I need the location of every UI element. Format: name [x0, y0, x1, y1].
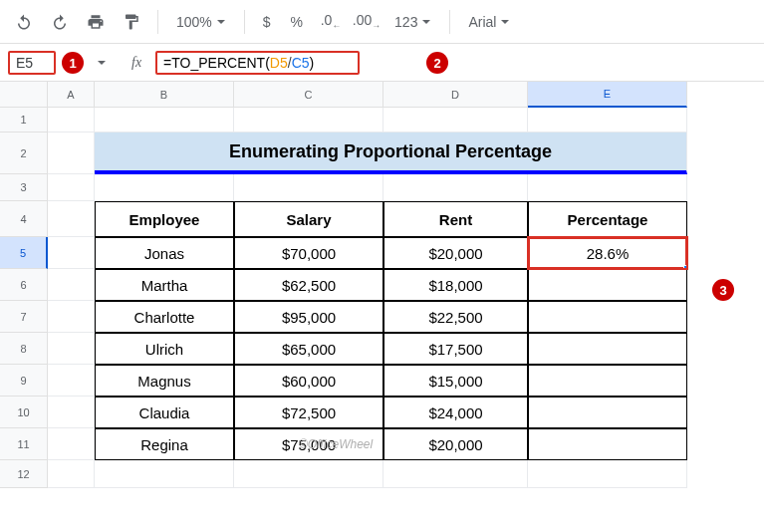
title-cell[interactable]: Enumerating Proportional Percentage: [95, 133, 687, 174]
cell[interactable]: [95, 174, 234, 201]
table-cell[interactable]: [528, 365, 687, 397]
column-headers: A B C D E: [48, 82, 687, 108]
table-cell[interactable]: [528, 397, 687, 428]
col-header-A[interactable]: A: [48, 82, 95, 108]
row-header-1[interactable]: 1: [0, 108, 48, 133]
cell[interactable]: [234, 174, 383, 201]
table-cell[interactable]: $17,500: [383, 333, 528, 365]
cell[interactable]: [48, 133, 95, 174]
table-cell[interactable]: $24,000: [383, 397, 528, 428]
undo-button[interactable]: [8, 6, 40, 38]
table-cell[interactable]: [528, 301, 687, 333]
col-header-C[interactable]: C: [234, 82, 383, 108]
chevron-down-icon: [421, 17, 431, 27]
row-header-8[interactable]: 8: [0, 333, 48, 365]
row-header-9[interactable]: 9: [0, 365, 48, 397]
name-box-dropdown[interactable]: [86, 47, 118, 79]
table-cell[interactable]: Claudia: [95, 397, 234, 428]
row-header-2[interactable]: 2: [0, 133, 48, 174]
table-cell[interactable]: $15,000: [383, 365, 528, 397]
table-cell[interactable]: $95,000: [234, 301, 383, 333]
col-header-E[interactable]: E: [528, 82, 687, 108]
name-box[interactable]: E5: [8, 51, 56, 75]
table-cell[interactable]: [528, 269, 687, 301]
font-dropdown[interactable]: Arial: [460, 10, 530, 34]
table-cell[interactable]: $62,500: [234, 269, 383, 301]
cell[interactable]: [383, 460, 528, 488]
table-cell[interactable]: Ulrich: [95, 333, 234, 365]
decrease-decimal-button[interactable]: .0←: [315, 6, 347, 38]
increase-decimal-button[interactable]: .00→: [351, 6, 382, 38]
table-cell[interactable]: Magnus: [95, 365, 234, 397]
table-cell[interactable]: Regina: [95, 428, 234, 460]
table-cell[interactable]: [528, 333, 687, 365]
cell[interactable]: [528, 460, 687, 488]
cell[interactable]: [48, 201, 95, 237]
number-format-dropdown[interactable]: 123: [386, 10, 439, 34]
chevron-down-icon: [97, 58, 107, 68]
redo-button[interactable]: [44, 6, 76, 38]
cell[interactable]: [48, 365, 95, 397]
row-header-4[interactable]: 4: [0, 201, 48, 237]
cell[interactable]: [234, 460, 383, 488]
table-cell[interactable]: $22,500: [383, 301, 528, 333]
table-cell[interactable]: Jonas: [95, 237, 234, 269]
col-header-D[interactable]: D: [383, 82, 528, 108]
annotation-1: 1: [62, 52, 84, 74]
row-header-3[interactable]: 3: [0, 174, 48, 201]
table-cell[interactable]: $75,000: [234, 428, 383, 460]
row-header-11[interactable]: 11: [0, 428, 48, 460]
cell[interactable]: [48, 174, 95, 201]
separator: [244, 10, 245, 34]
percent-button[interactable]: %: [283, 10, 311, 34]
table-cell[interactable]: Martha: [95, 269, 234, 301]
header-employee[interactable]: Employee: [95, 201, 234, 237]
separator: [449, 10, 450, 34]
header-salary[interactable]: Salary: [234, 201, 383, 237]
cell[interactable]: [48, 108, 95, 133]
annotation-3: 3: [712, 279, 734, 301]
col-header-B[interactable]: B: [95, 82, 234, 108]
table-cell[interactable]: $65,000: [234, 333, 383, 365]
table-cell[interactable]: $60,000: [234, 365, 383, 397]
row-header-6[interactable]: 6: [0, 269, 48, 301]
row-header-5[interactable]: 5: [0, 237, 48, 269]
chevron-down-icon: [216, 17, 226, 27]
row-header-12[interactable]: 12: [0, 460, 48, 488]
cell[interactable]: [95, 108, 234, 133]
header-percentage[interactable]: Percentage: [528, 201, 687, 237]
cell[interactable]: [48, 460, 95, 488]
cell[interactable]: [528, 108, 687, 133]
fill-handle[interactable]: [683, 265, 687, 269]
font-value: Arial: [468, 14, 496, 30]
table-cell[interactable]: $20,000: [383, 237, 528, 269]
cell[interactable]: [383, 174, 528, 201]
cell[interactable]: [48, 333, 95, 365]
currency-button[interactable]: $: [255, 10, 279, 34]
cell[interactable]: [48, 301, 95, 333]
annotation-2: 2: [426, 52, 448, 74]
table-cell[interactable]: Charlotte: [95, 301, 234, 333]
cell[interactable]: [234, 108, 383, 133]
table-cell[interactable]: [528, 428, 687, 460]
table-cell[interactable]: $20,000: [383, 428, 528, 460]
cell[interactable]: [383, 108, 528, 133]
select-all-corner[interactable]: [0, 82, 48, 108]
header-rent[interactable]: Rent: [383, 201, 528, 237]
cell[interactable]: [48, 237, 95, 269]
table-cell[interactable]: $18,000: [383, 269, 528, 301]
table-cell[interactable]: $70,000: [234, 237, 383, 269]
table-cell-selected[interactable]: 28.6%: [528, 237, 687, 269]
paint-format-button[interactable]: [116, 6, 147, 38]
table-cell[interactable]: $72,500: [234, 397, 383, 428]
row-header-7[interactable]: 7: [0, 301, 48, 333]
cell[interactable]: [48, 269, 95, 301]
print-button[interactable]: [80, 6, 112, 38]
cell[interactable]: [48, 428, 95, 460]
cell[interactable]: [95, 460, 234, 488]
zoom-dropdown[interactable]: 100%: [168, 10, 234, 34]
formula-input[interactable]: =TO_PERCENT(D5/C5): [155, 51, 360, 75]
row-header-10[interactable]: 10: [0, 397, 48, 428]
cell[interactable]: [48, 397, 95, 428]
cell[interactable]: [528, 174, 687, 201]
